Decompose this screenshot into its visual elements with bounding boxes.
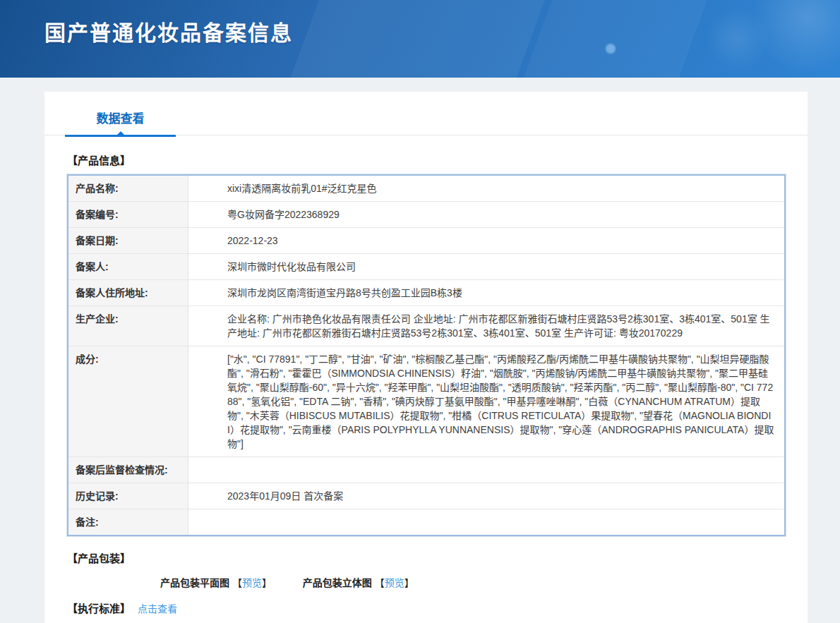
table-row-ingredients: 成分: ["水", "CI 77891", "丁二醇", "甘油", "矿油",… <box>68 346 784 457</box>
tab-data-view[interactable]: 数据查看 <box>65 111 176 135</box>
packaging-stereo-preview-link[interactable]: 预览 <box>385 577 404 588</box>
packaging-row: 产品包装平面图 【预览】 产品包装立体图 【预览】 <box>160 575 808 589</box>
table-row-manufacturer: 生产企业: 企业名称: 广州市艳色化妆品有限责任公司 企业地址: 广州市花都区新… <box>68 306 784 346</box>
row-label: 备案人: <box>68 254 188 279</box>
row-value: 深圳市龙岗区南湾街道宝丹路8号共创盈工业园B栋3楼 <box>188 280 784 306</box>
page-title: 国产普通化妆品备案信息 <box>44 16 293 47</box>
row-label: 备注: <box>68 509 188 535</box>
row-value: xixi清透隔离妆前乳01#泛红克星色 <box>188 176 784 201</box>
header-decoration-dot <box>606 44 616 54</box>
row-value: 2023年01月09日 首次备案 <box>188 483 784 509</box>
packaging-stereo-group: 产品包装立体图 【预览】 <box>303 575 414 589</box>
row-value <box>188 509 784 535</box>
table-row-filing-date: 备案日期: 2022-12-23 <box>68 228 784 254</box>
table-row-filer-address: 备案人住所地址: 深圳市龙岗区南湾街道宝丹路8号共创盈工业园B栋3楼 <box>68 280 784 306</box>
header-decoration-polygon <box>286 0 548 78</box>
section-heading-product-info: 【产品信息】 <box>67 152 808 167</box>
row-label: 成分: <box>68 346 188 456</box>
row-label: 产品名称: <box>68 176 188 201</box>
standard-row: 【执行标准】 点击查看 <box>67 600 808 615</box>
header-decoration-circle <box>706 7 769 71</box>
table-row-supervision: 备案后监督检查情况: <box>68 457 784 483</box>
product-info-table: 产品名称: xixi清透隔离妆前乳01#泛红克星色 备案编号: 粤G妆网备字20… <box>67 174 786 536</box>
table-row-remarks: 备注: <box>68 509 784 535</box>
row-value: 2022-12-23 <box>188 228 784 253</box>
row-label: 备案后监督检查情况: <box>68 457 188 483</box>
row-label: 备案人住所地址: <box>68 280 188 306</box>
content-card: 数据查看 【产品信息】 产品名称: xixi清透隔离妆前乳01#泛红克星色 备案… <box>44 92 808 623</box>
page-header-banner: 国产普通化妆品备案信息 <box>0 0 840 78</box>
row-value: 企业名称: 广州市艳色化妆品有限责任公司 企业地址: 广州市花都区新雅街石塘村庄… <box>188 306 784 346</box>
row-label: 历史记录: <box>68 483 188 509</box>
table-row-filer: 备案人: 深圳市微时代化妆品有限公司 <box>68 254 784 280</box>
row-label: 备案编号: <box>68 202 188 227</box>
table-row-history: 历史记录: 2023年01月09日 首次备案 <box>68 483 784 509</box>
tab-active-caret-icon <box>116 131 126 136</box>
packaging-flat-label: 产品包装平面图 <box>160 577 229 588</box>
packaging-stereo-label: 产品包装立体图 <box>303 577 375 588</box>
row-value <box>188 457 784 483</box>
bracket-open: 【 <box>375 577 385 588</box>
tab-data-view-label: 数据查看 <box>97 112 145 126</box>
row-value: 深圳市微时代化妆品有限公司 <box>188 254 784 279</box>
table-row-filing-number: 备案编号: 粤G妆网备字2022368929 <box>68 202 784 228</box>
header-decoration-polygon <box>519 0 710 78</box>
bracket-open: 【 <box>232 577 242 588</box>
row-value: ["水", "CI 77891", "丁二醇", "甘油", "矿油", "棕榈… <box>188 346 784 456</box>
packaging-flat-group: 产品包装平面图 【预览】 <box>160 575 272 589</box>
row-value: 粤G妆网备字2022368929 <box>188 202 784 227</box>
section-heading-packaging: 【产品包装】 <box>67 550 808 565</box>
bracket-close: 】 <box>404 577 414 588</box>
row-label: 生产企业: <box>68 306 188 346</box>
standard-view-link[interactable]: 点击查看 <box>138 601 177 615</box>
table-row-product-name: 产品名称: xixi清透隔离妆前乳01#泛红克星色 <box>68 176 784 202</box>
row-label: 备案日期: <box>68 228 188 253</box>
section-heading-standard: 【执行标准】 <box>67 600 131 615</box>
tab-bar: 数据查看 <box>44 92 808 135</box>
bracket-close: 】 <box>262 577 272 588</box>
packaging-flat-preview-link[interactable]: 预览 <box>242 577 262 588</box>
tab-active-underline <box>65 135 176 137</box>
